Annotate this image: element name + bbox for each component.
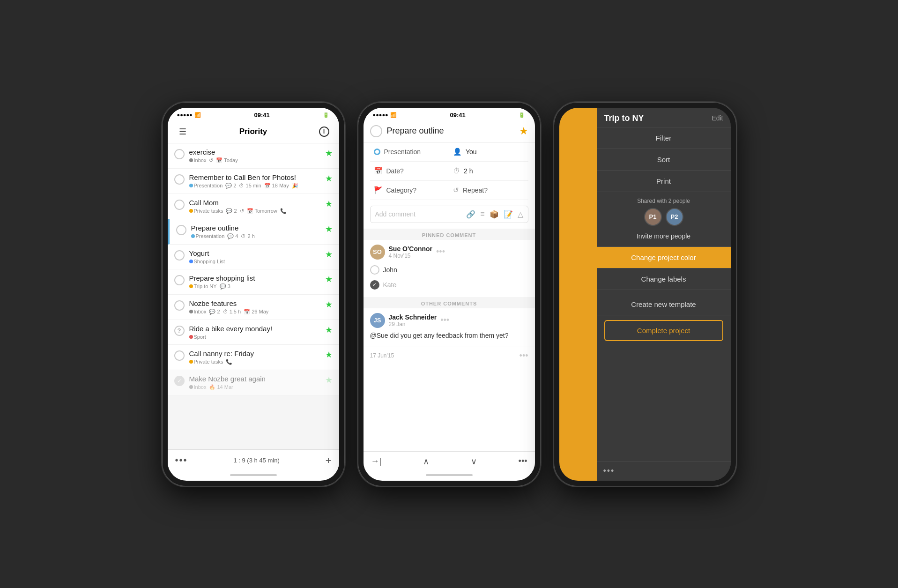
edit-button[interactable]: Edit (712, 114, 723, 122)
meta-phone: 📞 (226, 359, 232, 365)
date-field[interactable]: 📅 Date? (370, 162, 450, 180)
drive-icon[interactable]: △ (518, 210, 523, 219)
task-item[interactable]: Remember to Call Ben for Photos! Present… (168, 169, 339, 194)
duration-field[interactable]: ⏱ 2 h (449, 162, 528, 180)
next-button[interactable]: ∨ (471, 456, 477, 467)
avatar-jack: JS (370, 313, 385, 328)
task-circle[interactable] (174, 300, 185, 311)
evernote-icon[interactable]: 📝 (504, 210, 513, 219)
repeat-field[interactable]: ↺ Repeat? (449, 181, 528, 200)
task-title: Prepare outline (191, 224, 320, 232)
star-button[interactable]: ★ (325, 148, 333, 158)
meta-date: 📅 Today (216, 157, 237, 164)
task-item[interactable]: ✓ Make Nozbe great again Inbox 🔥 14 Mar … (168, 370, 339, 395)
task-circle[interactable] (174, 200, 185, 210)
attach-icon[interactable]: 🔗 (466, 210, 475, 219)
meta-project: Private tasks (189, 208, 223, 214)
star-button-detail[interactable]: ★ (519, 125, 528, 137)
task-item[interactable]: Call nanny re: Friday Private tasks 📞 ★ (168, 345, 339, 370)
task-title: Call Mom (189, 199, 320, 207)
check-circle[interactable] (370, 265, 379, 275)
task-circle[interactable] (174, 350, 185, 361)
filter-button[interactable]: Filter (597, 127, 731, 149)
check-circle-done[interactable]: ✓ (370, 280, 379, 290)
star-button[interactable]: ★ (325, 299, 333, 310)
change-color-button[interactable]: Change project color (597, 247, 731, 268)
menu-button[interactable]: ☰ (175, 124, 190, 139)
print-button[interactable]: Print (597, 171, 731, 192)
star-button[interactable]: ★ (325, 375, 333, 385)
star-button[interactable]: ★ (325, 199, 333, 209)
task-item[interactable]: Yogurt Shopping List ★ (168, 245, 339, 269)
signal-dots: ●●●●● (373, 112, 388, 118)
list-icon[interactable]: ≡ (480, 210, 484, 219)
invite-button[interactable]: Invite more people (604, 230, 723, 243)
task-item[interactable]: ? Ride a bike every monday! Sport ★ (168, 320, 339, 345)
task-circle[interactable] (174, 250, 185, 261)
add-task-button[interactable]: + (326, 454, 332, 467)
task-item[interactable]: Prepare outline Presentation 💬 4 ⏱ 2 h ★ (168, 219, 339, 245)
star-button[interactable]: ★ (325, 350, 333, 360)
indent-button[interactable]: →| (371, 456, 382, 466)
task-circle[interactable]: ✓ (174, 376, 185, 386)
assignee-field[interactable]: 👤 You (449, 142, 528, 161)
status-time-1: 09:41 (254, 112, 269, 119)
star-button[interactable]: ★ (325, 274, 333, 284)
dropbox-icon[interactable]: 📦 (490, 210, 499, 219)
task-circle[interactable] (174, 275, 185, 285)
field-row-3: 🚩 Category? ↺ Repeat? (370, 181, 528, 200)
timestamp-more-button[interactable]: ••• (520, 351, 528, 361)
comment-input[interactable]: Add comment 🔗 ≡ 📦 📝 △ (370, 206, 528, 223)
complete-project-button[interactable]: Complete project (604, 320, 723, 341)
flag-icon: 🚩 (374, 186, 383, 194)
star-button[interactable]: ★ (325, 325, 333, 335)
task-item[interactable]: Nozbe features Inbox 💬 2 ⏱ 1.5 h 📅 26 Ma… (168, 295, 339, 320)
prev-button[interactable]: ∧ (423, 456, 429, 467)
comment-date-jack: 29 Jan (389, 321, 437, 327)
meta-comments: 💬 2 (225, 183, 236, 189)
checklist-item: John (370, 262, 528, 277)
project-dot (189, 360, 193, 364)
task-meta: Shopping List (189, 259, 320, 264)
change-labels-button[interactable]: Change labels (597, 268, 731, 290)
meta-project: Presentation (191, 233, 225, 239)
more-button[interactable]: ••• (175, 455, 188, 466)
task-circle[interactable] (174, 174, 185, 185)
meta-comments: 💬 2 (226, 208, 237, 214)
star-button[interactable]: ★ (325, 249, 333, 260)
task-complete-button[interactable] (370, 125, 382, 137)
task-item[interactable]: Prepare shopping list Trip to NY 💬 3 ★ (168, 269, 339, 295)
task-circle[interactable] (176, 225, 186, 235)
dark-more-button[interactable]: ••• (603, 466, 615, 476)
project-dot (189, 184, 193, 187)
task-meta: Private tasks 📞 (189, 359, 320, 365)
meta-project: Inbox (189, 384, 207, 390)
battery-area: 🔋 (323, 112, 329, 118)
detail-bottom-bar: →| ∧ ∨ ••• (364, 451, 535, 471)
task-item[interactable]: Call Mom Private tasks 💬 2 ↺ 📅 Tomorrow … (168, 194, 339, 219)
meta-date: 🔥 14 Mar (209, 384, 233, 390)
person-icon: 👤 (453, 148, 462, 156)
project-value: Presentation (384, 148, 421, 156)
sort-button[interactable]: Sort (597, 149, 731, 171)
star-button[interactable]: ★ (325, 173, 333, 184)
comment-more-button[interactable]: ••• (436, 247, 445, 257)
create-template-button[interactable]: Create new template (597, 294, 731, 315)
task-content: Prepare shopping list Trip to NY 💬 3 (189, 274, 320, 290)
project-dot (189, 335, 193, 339)
info-button[interactable]: i (317, 124, 332, 139)
project-dot (189, 284, 193, 288)
dark-bottom-bar: ••• (597, 461, 731, 481)
task-item[interactable]: exercise Inbox ↺ 📅 Today ★ (168, 143, 339, 169)
home-bar (426, 474, 473, 476)
task-circle[interactable] (174, 149, 185, 159)
project-field[interactable]: Presentation (370, 142, 450, 161)
task-meta: Sport (189, 334, 320, 340)
more-options-button[interactable]: ••• (519, 456, 527, 466)
nav-bar-1: ☰ Priority i (168, 120, 339, 143)
star-button[interactable]: ★ (325, 224, 333, 234)
wifi-icon: 📶 (390, 112, 397, 118)
task-circle[interactable]: ? (174, 326, 185, 336)
jack-comment-more-button[interactable]: ••• (440, 315, 449, 325)
category-field[interactable]: 🚩 Category? (370, 181, 450, 200)
